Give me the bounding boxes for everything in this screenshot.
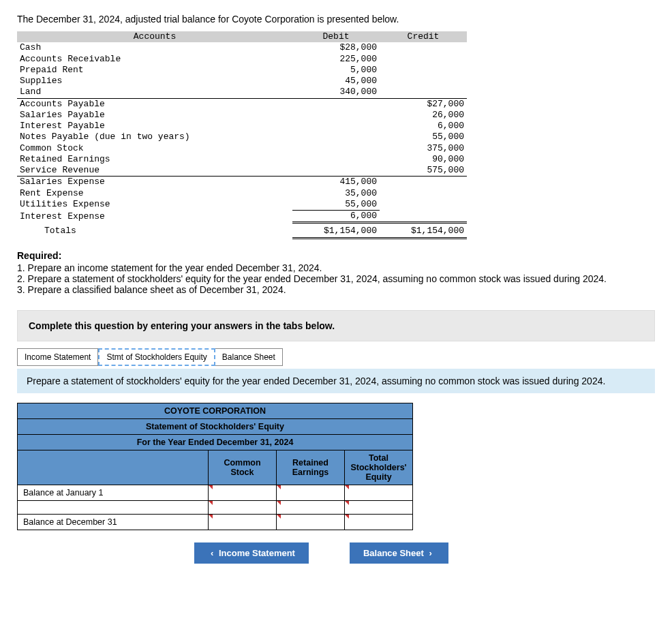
tb-account: Utilities Expense: [17, 199, 292, 211]
tb-head-credit: Credit: [380, 31, 467, 42]
tb-credit: $27,000: [380, 98, 467, 110]
tb-debit: $28,000: [292, 42, 380, 53]
tb-debit: [292, 132, 380, 142]
required-item: 1. Prepare an income statement for the y…: [17, 262, 655, 273]
tb-credit: [380, 76, 467, 87]
tb-account: Land: [17, 87, 292, 98]
tb-debit: [292, 98, 380, 110]
tb-account: Salaries Expense: [17, 177, 292, 188]
tb-head-debit: Debit: [292, 31, 380, 42]
tb-account: Interest Payable: [17, 121, 292, 132]
tb-credit: 575,000: [380, 165, 467, 177]
tb-debit: 5,000: [292, 65, 380, 76]
tb-account: Common Stock: [17, 143, 292, 154]
tb-credit: 375,000: [380, 143, 467, 154]
tb-totals-credit: $1,154,000: [380, 223, 467, 238]
input-cell[interactable]: [277, 485, 345, 500]
tb-credit: 26,000: [380, 110, 467, 121]
tb-account: Interest Expense: [17, 211, 292, 223]
intro-text: The December 31, 2024, adjusted trial ba…: [17, 14, 655, 25]
tb-totals-label: Totals: [17, 223, 292, 238]
tb-credit: 90,000: [380, 154, 467, 165]
row-balance-dec31: Balance at December 31: [18, 514, 209, 530]
tb-credit: [380, 65, 467, 76]
tb-account: Rent Expense: [17, 188, 292, 199]
required-item: 2. Prepare a statement of stockholders' …: [17, 273, 655, 284]
tb-credit: [380, 42, 467, 53]
tb-account: Prepaid Rent: [17, 65, 292, 76]
tb-debit: 55,000: [292, 199, 380, 211]
tb-credit: 6,000: [380, 121, 467, 132]
tb-debit: 35,000: [292, 188, 380, 199]
input-cell[interactable]: [345, 514, 413, 530]
tb-credit: [380, 199, 467, 211]
tb-debit: [292, 110, 380, 121]
grey-instruction: Complete this question by entering your …: [17, 310, 655, 341]
tb-debit: [292, 165, 380, 177]
tb-debit: 225,000: [292, 54, 380, 65]
input-cell[interactable]: [345, 500, 413, 514]
required-item: 3. Prepare a classified balance sheet as…: [17, 284, 655, 295]
tb-credit: [380, 87, 467, 98]
tb-totals-debit: $1,154,000: [292, 223, 380, 238]
input-cell[interactable]: [209, 485, 277, 500]
stmt-title-2: Statement of Stockholders' Equity: [18, 418, 413, 434]
prev-button[interactable]: ‹ Income Statement: [194, 542, 309, 564]
required-heading: Required:: [17, 250, 655, 261]
tb-credit: [380, 54, 467, 65]
tb-account: Retained Earnings: [17, 154, 292, 165]
tb-account: Service Revenue: [17, 165, 292, 177]
blue-instruction: Prepare a statement of stockholders' equ…: [17, 369, 655, 393]
tab-income-statement[interactable]: Income Statement: [17, 348, 98, 366]
input-cell[interactable]: [345, 485, 413, 500]
tabs-row: Income Statement Stmt of Stockholders Eq…: [17, 348, 655, 366]
tb-debit: 6,000: [292, 211, 380, 223]
tb-credit: [380, 188, 467, 199]
required-list: 1. Prepare an income statement for the y…: [17, 262, 655, 295]
next-label: Balance Sheet: [363, 548, 424, 558]
tb-credit: [380, 211, 467, 223]
col-head-total-equity: Total Stockholders' Equity: [345, 450, 413, 485]
prev-label: Income Statement: [219, 548, 295, 558]
tb-debit: [292, 154, 380, 165]
col-head-retained-earnings: Retained Earnings: [277, 450, 345, 485]
input-cell[interactable]: [277, 514, 345, 530]
next-button[interactable]: Balance Sheet ›: [350, 542, 448, 564]
tab-balance-sheet[interactable]: Balance Sheet: [215, 348, 283, 366]
stmt-title-3: For the Year Ended December 31, 2024: [18, 434, 413, 450]
tb-account: Supplies: [17, 76, 292, 87]
input-cell[interactable]: [209, 500, 277, 514]
row-balance-jan1: Balance at January 1: [18, 485, 209, 500]
tb-debit: 415,000: [292, 177, 380, 188]
input-cell[interactable]: [277, 500, 345, 514]
tab-stockholders-equity[interactable]: Stmt of Stockholders Equity: [98, 348, 215, 366]
tb-account: Notes Payable (due in two years): [17, 132, 292, 142]
tb-account: Accounts Receivable: [17, 54, 292, 65]
tb-head-accounts: Accounts: [17, 31, 292, 42]
tb-debit: [292, 143, 380, 154]
stockholders-equity-table: COYOTE CORPORATION Statement of Stockhol…: [17, 403, 413, 530]
chevron-left-icon: ‹: [208, 548, 216, 558]
trial-balance-table: Accounts Debit Credit Cash$28,000Account…: [17, 31, 467, 239]
tb-account: Cash: [17, 42, 292, 53]
tb-debit: [292, 121, 380, 132]
stmt-title-1: COYOTE CORPORATION: [18, 403, 413, 418]
tb-credit: [380, 177, 467, 188]
tb-debit: 340,000: [292, 87, 380, 98]
col-head-common-stock: Common Stock: [209, 450, 277, 485]
tb-account: Accounts Payable: [17, 98, 292, 110]
input-cell[interactable]: [209, 514, 277, 530]
tb-account: Salaries Payable: [17, 110, 292, 121]
row-blank[interactable]: [18, 500, 209, 514]
tb-debit: 45,000: [292, 76, 380, 87]
chevron-right-icon: ›: [426, 548, 434, 558]
tb-credit: 55,000: [380, 132, 467, 142]
